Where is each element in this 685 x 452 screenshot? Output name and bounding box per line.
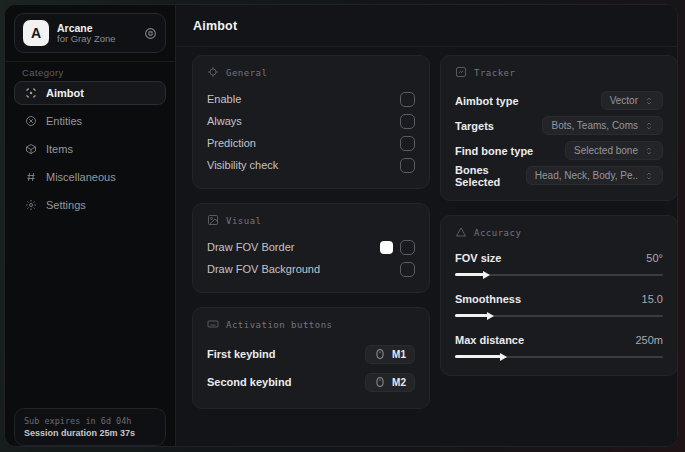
aimbot-type-select[interactable]: Vector	[601, 91, 663, 110]
sidebar-item-label: Aimbot	[46, 87, 84, 99]
setting-label: Draw FOV Background	[207, 263, 320, 275]
main-panel: Aimbot General Enable	[175, 5, 677, 446]
setting-label: Draw FOV Border	[207, 241, 294, 253]
setting-label: Max distance	[455, 334, 524, 346]
right-column: Tracker Aimbot type Vector Targets	[440, 55, 678, 376]
setting-label: Enable	[207, 93, 241, 105]
session-duration-text: Session duration 25m 37s	[24, 428, 156, 438]
setting-row-fov-border: Draw FOV Border	[207, 236, 415, 258]
setting-label: First keybind	[207, 348, 275, 360]
sub-expiry-text: Sub expires in 6d 04h	[24, 416, 156, 426]
smoothness-value: 15.0	[642, 293, 663, 305]
activation-card-header: Activation buttons	[207, 318, 415, 332]
accuracy-card: Accuracy FOV size 50°	[440, 215, 678, 376]
slider-fill	[455, 273, 484, 276]
sidebar-item-label: Settings	[46, 199, 86, 211]
visual-card: Visual Draw FOV Border Draw FOV Backgrou…	[192, 203, 430, 293]
setting-label: Prediction	[207, 137, 256, 149]
max-distance-slider[interactable]	[455, 352, 663, 361]
fov-size-value: 50°	[646, 252, 663, 264]
prediction-checkbox[interactable]	[400, 136, 415, 151]
package-icon	[24, 143, 37, 156]
setting-row-targets: Targets Bots, Teams, Coms	[455, 113, 663, 138]
sidebar-item-aimbot[interactable]: Aimbot	[14, 81, 166, 105]
setting-label: Find bone type	[455, 145, 533, 157]
general-card-header: General	[207, 66, 415, 80]
second-keybind-button[interactable]: M2	[365, 373, 415, 392]
setting-row-first-keybind: First keybind M1	[207, 340, 415, 368]
visual-card-header: Visual	[207, 214, 415, 228]
slider-fill	[455, 314, 488, 317]
select-value: Vector	[610, 95, 638, 106]
card-title: Activation buttons	[226, 320, 333, 330]
setting-label: Visibility check	[207, 159, 278, 171]
setting-group-smoothness: Smoothness 15.0	[455, 289, 663, 320]
find-bone-type-select[interactable]: Selected bone	[565, 141, 663, 160]
content-area: General Enable Always Prediction	[176, 48, 677, 446]
select-value: Selected bone	[574, 145, 638, 156]
setting-row-second-keybind: Second keybind M2	[207, 368, 415, 396]
sidebar-item-entities[interactable]: Entities	[14, 109, 166, 133]
select-value: Bots, Teams, Coms	[551, 120, 638, 131]
always-checkbox[interactable]	[400, 114, 415, 129]
sidebar-item-label: Entities	[46, 115, 82, 127]
chevrons-up-down-icon	[644, 121, 654, 131]
slider-thumb[interactable]	[487, 312, 494, 320]
setting-group-max-distance: Max distance 250m	[455, 330, 663, 361]
card-title: Accuracy	[474, 228, 521, 238]
chevrons-up-down-icon	[644, 171, 654, 181]
mouse-icon	[374, 376, 386, 388]
hash-icon	[24, 171, 37, 184]
fov-border-color-swatch[interactable]	[380, 241, 393, 254]
setting-row-visibility-check: Visibility check	[207, 154, 415, 176]
main-header: Aimbot	[176, 5, 677, 47]
brand-subtitle: for Gray Zone	[57, 34, 136, 45]
cheat-menu-window: A Arcane for Gray Zone Category Aimbot	[4, 4, 678, 447]
card-title: Visual	[226, 216, 262, 226]
bones-selected-select[interactable]: Head, Neck, Body, Pe..	[526, 166, 663, 185]
tracker-card: Tracker Aimbot type Vector Targets	[440, 55, 678, 201]
brand-text: Arcane for Gray Zone	[57, 22, 136, 45]
enable-checkbox[interactable]	[400, 92, 415, 107]
crosshair-icon	[207, 66, 219, 80]
card-title: General	[226, 68, 267, 78]
tracker-card-header: Tracker	[455, 66, 663, 80]
fov-size-slider[interactable]	[455, 270, 663, 279]
triangle-icon	[455, 226, 467, 240]
keybind-value: M1	[392, 349, 406, 360]
select-value: Head, Neck, Body, Pe..	[535, 170, 638, 181]
fov-border-checkbox[interactable]	[400, 240, 415, 255]
brand-name: Arcane	[57, 22, 136, 34]
setting-group-fov-size: FOV size 50°	[455, 248, 663, 279]
power-icon[interactable]	[144, 27, 157, 40]
gear-icon	[24, 199, 37, 212]
chevrons-up-down-icon	[644, 96, 654, 106]
left-column: General Enable Always Prediction	[192, 55, 430, 409]
visibility-check-checkbox[interactable]	[400, 158, 415, 173]
targets-select[interactable]: Bots, Teams, Coms	[542, 116, 663, 135]
slider-fill	[455, 355, 501, 358]
sidebar-divider	[5, 61, 175, 62]
category-label: Category	[22, 67, 64, 78]
sidebar-item-items[interactable]: Items	[14, 137, 166, 161]
setting-row-prediction: Prediction	[207, 132, 415, 154]
slider-thumb[interactable]	[500, 353, 507, 361]
setting-label: Second keybind	[207, 376, 291, 388]
max-distance-value: 250m	[635, 334, 663, 346]
setting-row-always: Always	[207, 110, 415, 132]
brand-card: A Arcane for Gray Zone	[14, 13, 166, 53]
slider-thumb[interactable]	[483, 271, 490, 279]
accuracy-card-header: Accuracy	[455, 226, 663, 240]
keybind-value: M2	[392, 377, 406, 388]
page-title: Aimbot	[193, 19, 237, 33]
entities-radar-icon	[24, 115, 37, 128]
subscription-info-card: Sub expires in 6d 04h Session duration 2…	[14, 408, 166, 446]
brand-logo: A	[23, 20, 49, 46]
first-keybind-button[interactable]: M1	[365, 345, 415, 364]
setting-label: Always	[207, 115, 242, 127]
smoothness-slider[interactable]	[455, 311, 663, 320]
fov-background-checkbox[interactable]	[400, 262, 415, 277]
general-card: General Enable Always Prediction	[192, 55, 430, 189]
sidebar-item-settings[interactable]: Settings	[14, 193, 166, 217]
sidebar-item-miscellaneous[interactable]: Miscellaneous	[14, 165, 166, 189]
